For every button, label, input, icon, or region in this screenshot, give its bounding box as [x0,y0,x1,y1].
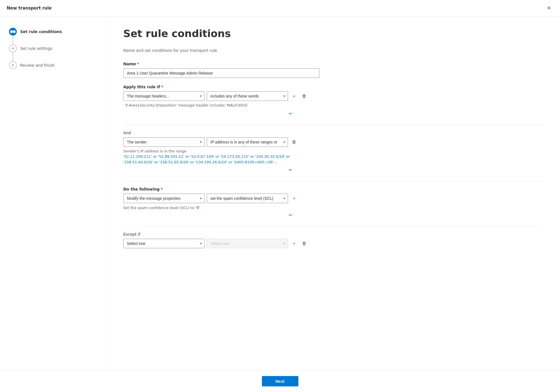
and-label: And [123,131,543,135]
apply-rule-required-star: * [161,85,163,89]
step-connector-2 [13,52,13,61]
except-if-label: Except if [123,232,543,236]
sidebar: Set rule conditions Set rule settings Re… [0,17,106,370]
apply-rule-label: Apply this rule if * [123,85,543,89]
step-circle-1-dot [10,30,13,33]
apply-condition-2-dropdown2-wrapper: IP address is in any of these ranges or … [207,137,288,147]
apply-rule-section: Apply this rule if * The message headers… [123,85,543,118]
apply-condition-2-dropdown2[interactable]: IP address is in any of these ranges or … [207,137,288,147]
header-value-link[interactable]: 'MALICIOUS' [226,103,248,107]
step-label-2: Set rule settings [20,46,52,51]
add-except-condition-button[interactable]: ＋ [290,239,298,248]
do-condition-1-dropdown1-wrapper: Modify the message properties ▾ [123,194,205,203]
scl-text: Set the spam confidence level (SCL) to [123,206,195,210]
page-subtitle: Name and set conditions for your transpo… [123,48,543,53]
footer: Next [0,370,560,392]
step-circle-3 [9,61,17,69]
delete-condition-1-button[interactable]: 🗑 [300,92,308,100]
step-circle-1 [9,28,17,36]
header-description-middle: message header includes [178,103,226,107]
add-condition-1-button[interactable]: ＋ [290,92,298,101]
apply-condition-1-dropdown2[interactable]: includes any of these words [207,91,288,101]
step-connector-1 [13,36,13,45]
do-condition-1-dropdown2[interactable]: set the spam confidence level (SCL) [207,194,288,203]
scl-description: Set the spam confidence level (SCL) to '… [123,205,303,210]
except-condition-1-dropdown2: Select one [207,239,288,248]
do-following-label: Do the following * [123,187,543,191]
scl-value-link[interactable]: '9' [195,205,200,210]
apply-condition-1-description: 'X-Area1Security-Disposition' message he… [123,103,543,107]
sidebar-item-rule-settings[interactable]: Set rule settings [9,45,97,52]
close-button[interactable]: ✕ [545,4,553,12]
name-input[interactable] [123,68,319,78]
do-condition-1-row: Modify the message properties ▾ set the … [123,194,543,203]
except-condition-1-dropdown2-wrapper: Select one ▾ [207,239,288,248]
step-label-1: Set rule conditions [20,29,62,34]
apply-condition-2-dropdown1-wrapper: The sender ▾ [123,137,205,147]
divider-1 [123,125,543,125]
ip-range-prefix: Sender's IP address is in the range [123,149,303,153]
name-label: Name * [123,62,543,66]
sidebar-item-rule-conditions[interactable]: Set rule conditions [9,28,97,36]
except-condition-1-dropdown1-wrapper: Select one ▾ [123,239,205,248]
apply-condition-1-dropdown2-wrapper: includes any of these words ▾ [207,91,288,101]
window-title: New transport rule [7,6,52,11]
apply-condition-1-row: The message headers... ▾ includes any of… [123,91,543,101]
except-condition-1-dropdown1[interactable]: Select one [123,239,205,248]
do-following-required-star: * [161,187,163,191]
apply-condition-1-dropdown1[interactable]: The message headers... [123,91,205,101]
divider-2 [123,181,543,181]
apply-condition-2-dropdown1[interactable]: The sender [123,137,205,147]
ip-range-link[interactable]: '52.11.209.211' or '52.89.255.11' or '52… [123,154,290,164]
page-title: Set rule conditions [123,28,543,39]
delete-condition-2-button[interactable]: 🗑 [290,138,298,146]
step-label-3: Review and finish [20,63,55,68]
do-condition-1-dropdown1[interactable]: Modify the message properties [123,194,205,203]
main-container: Set rule conditions Set rule settings Re… [0,17,560,370]
delete-except-condition-button[interactable]: 🗑 [300,239,308,248]
content-area: Set rule conditions Name and set conditi… [106,17,560,370]
except-condition-1-row: Select one ▾ Select one ▾ ＋ 🗑 [123,239,543,248]
apply-condition-2-row: The sender ▾ IP address is in any of the… [123,137,543,147]
sidebar-item-review-finish[interactable]: Review and finish [9,61,97,69]
name-section: Name * [123,62,543,78]
edit-do-condition-button[interactable]: ✏ [287,211,294,219]
do-following-section: Do the following * Modify the message pr… [123,187,543,219]
name-required-star: * [137,62,139,66]
divider-3 [123,226,543,226]
do-condition-1-dropdown2-wrapper: set the spam confidence level (SCL) ▾ [207,194,288,203]
add-do-condition-button[interactable]: ＋ [290,194,298,203]
except-if-section: Except if Select one ▾ Select one ▾ ＋ 🗑 [123,232,543,248]
header-name-link[interactable]: 'X-Area1Security-Disposition' [124,103,177,107]
ip-range-section: Sender's IP address is in the range '52.… [123,149,303,165]
edit-condition-1-button[interactable]: ✏ [287,110,294,118]
and-section: And The sender ▾ IP address is in any of… [123,131,543,174]
ip-range-values: '52.11.209.211' or '52.89.255.11' or '52… [123,154,303,165]
edit-condition-2-button[interactable]: ✏ [287,166,294,174]
title-bar: New transport rule ✕ [0,0,560,17]
next-button[interactable]: Next [262,376,298,386]
apply-condition-1-dropdown1-wrapper: The message headers... ▾ [123,91,205,101]
sidebar-steps: Set rule conditions Set rule settings Re… [9,28,97,69]
step-circle-2 [9,45,17,52]
